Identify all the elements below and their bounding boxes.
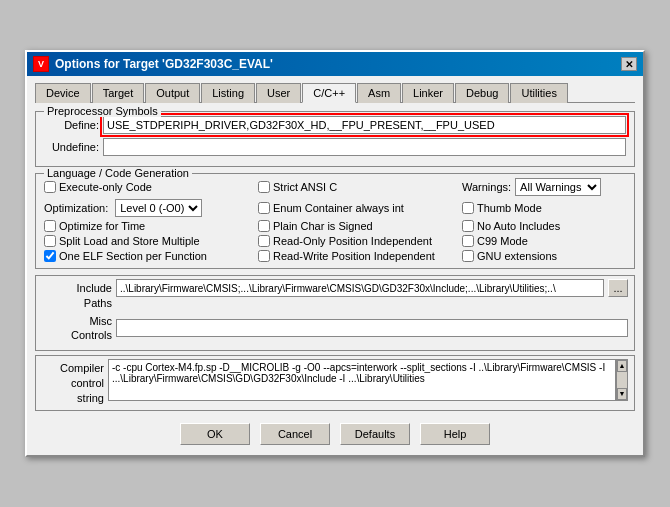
tab-debug[interactable]: Debug	[455, 83, 509, 103]
read-only-checkbox[interactable]	[258, 235, 270, 247]
gnu-ext-checkbox[interactable]	[462, 250, 474, 262]
tab-device[interactable]: Device	[35, 83, 91, 103]
app-icon: V	[33, 56, 49, 72]
compiler-row: Compilercontrolstring -c -cpu Cortex-M4.…	[42, 359, 628, 407]
gnu-ext-opt: GNU extensions	[462, 250, 557, 262]
tab-target[interactable]: Target	[92, 83, 145, 103]
enum-container-opt: Enum Container always int	[258, 202, 458, 214]
warnings-select[interactable]: All Warnings No Warnings	[515, 178, 601, 196]
optimize-time-opt: Optimize for Time	[44, 220, 254, 232]
no-auto-includes-opt: No Auto Includes	[462, 220, 560, 232]
thumb-mode-opt: Thumb Mode	[462, 202, 542, 214]
optimization-select[interactable]: Level 0 (-O0) Level 1 (-O1) Level 2 (-O2…	[115, 199, 202, 217]
define-label: Define:	[44, 119, 99, 131]
one-elf-checkbox[interactable]	[44, 250, 56, 262]
include-paths-input[interactable]	[116, 279, 604, 297]
execute-only-checkbox[interactable]	[44, 181, 56, 193]
language-label: Language / Code Generation	[44, 167, 192, 179]
optimization-row: Optimization: Level 0 (-O0) Level 1 (-O1…	[44, 199, 254, 217]
compiler-label: Compilercontrolstring	[42, 359, 104, 407]
bottom-buttons: OK Cancel Defaults Help	[35, 417, 635, 447]
strict-ansi-opt: Strict ANSI C	[258, 181, 458, 193]
enum-container-checkbox[interactable]	[258, 202, 270, 214]
warnings-label: Warnings:	[462, 181, 511, 193]
thumb-mode-label: Thumb Mode	[477, 202, 542, 214]
tab-output[interactable]: Output	[145, 83, 200, 103]
thumb-mode-checkbox[interactable]	[462, 202, 474, 214]
read-write-checkbox[interactable]	[258, 250, 270, 262]
title-bar-left: V Options for Target 'GD32F303C_EVAL'	[33, 56, 273, 72]
tab-utilities[interactable]: Utilities	[510, 83, 567, 103]
optimize-time-checkbox[interactable]	[44, 220, 56, 232]
preprocessor-label: Preprocessor Symbols	[44, 105, 161, 117]
execute-only-label: Execute-only Code	[59, 181, 152, 193]
include-section: IncludePaths ... MiscControls	[35, 275, 635, 350]
compiler-textarea[interactable]: -c -cpu Cortex-M4.fp.sp -D__MICROLIB -g …	[108, 359, 616, 401]
warnings-row: Warnings: All Warnings No Warnings	[462, 178, 601, 196]
enum-container-label: Enum Container always int	[273, 202, 404, 214]
read-only-label: Read-Only Position Independent	[273, 235, 432, 247]
main-dialog: V Options for Target 'GD32F303C_EVAL' ✕ …	[25, 50, 645, 456]
undefine-row: Undefine:	[44, 138, 626, 156]
no-auto-includes-label: No Auto Includes	[477, 220, 560, 232]
strict-ansi-checkbox[interactable]	[258, 181, 270, 193]
split-load-checkbox[interactable]	[44, 235, 56, 247]
cancel-button[interactable]: Cancel	[260, 423, 330, 445]
execute-only-opt: Execute-only Code	[44, 181, 254, 193]
ok-button[interactable]: OK	[180, 423, 250, 445]
include-browse-button[interactable]: ...	[608, 279, 628, 297]
title-bar: V Options for Target 'GD32F303C_EVAL' ✕	[27, 52, 643, 76]
split-load-opt: Split Load and Store Multiple	[44, 235, 254, 247]
language-group: Language / Code Generation Execute-only …	[35, 173, 635, 269]
tab-bar: Device Target Output Listing User C/C++ …	[35, 82, 635, 103]
optimization-label: Optimization:	[44, 202, 108, 214]
optimize-time-label: Optimize for Time	[59, 220, 145, 232]
split-load-label: Split Load and Store Multiple	[59, 235, 200, 247]
gnu-ext-label: GNU extensions	[477, 250, 557, 262]
help-button[interactable]: Help	[420, 423, 490, 445]
tab-asm[interactable]: Asm	[357, 83, 401, 103]
strict-ansi-label: Strict ANSI C	[273, 181, 337, 193]
c99-mode-label: C99 Mode	[477, 235, 528, 247]
scroll-up-arrow[interactable]: ▲	[617, 360, 627, 372]
c99-mode-opt: C99 Mode	[462, 235, 528, 247]
undefine-input[interactable]	[103, 138, 626, 156]
read-only-opt: Read-Only Position Independent	[258, 235, 458, 247]
tab-listing[interactable]: Listing	[201, 83, 255, 103]
scroll-down-arrow[interactable]: ▼	[617, 388, 627, 400]
one-elf-opt: One ELF Section per Function	[44, 250, 254, 262]
read-write-opt: Read-Write Position Independent	[258, 250, 458, 262]
compiler-input-wrap: -c -cpu Cortex-M4.fp.sp -D__MICROLIB -g …	[108, 359, 628, 401]
plain-char-checkbox[interactable]	[258, 220, 270, 232]
misc-controls-input[interactable]	[116, 319, 628, 337]
dialog-body: Device Target Output Listing User C/C++ …	[27, 76, 643, 454]
include-paths-row: IncludePaths ...	[42, 279, 628, 310]
undefine-label: Undefine:	[44, 141, 99, 153]
tab-cc[interactable]: C/C++	[302, 83, 356, 103]
misc-controls-row: MiscControls	[42, 314, 628, 343]
close-button[interactable]: ✕	[621, 57, 637, 71]
define-row: Define:	[44, 116, 626, 134]
tab-linker[interactable]: Linker	[402, 83, 454, 103]
preprocessor-group: Preprocessor Symbols Define: Undefine:	[35, 111, 635, 167]
read-write-label: Read-Write Position Independent	[273, 250, 435, 262]
no-auto-includes-checkbox[interactable]	[462, 220, 474, 232]
one-elf-label: One ELF Section per Function	[59, 250, 207, 262]
tab-user[interactable]: User	[256, 83, 301, 103]
plain-char-label: Plain Char is Signed	[273, 220, 373, 232]
compiler-scrollbar[interactable]: ▲ ▼	[616, 359, 628, 401]
c99-mode-checkbox[interactable]	[462, 235, 474, 247]
dialog-title: Options for Target 'GD32F303C_EVAL'	[55, 57, 273, 71]
misc-controls-label: MiscControls	[42, 314, 112, 343]
defaults-button[interactable]: Defaults	[340, 423, 410, 445]
include-paths-label: IncludePaths	[42, 279, 112, 310]
define-input[interactable]	[103, 116, 626, 134]
plain-char-opt: Plain Char is Signed	[258, 220, 458, 232]
compiler-section: Compilercontrolstring -c -cpu Cortex-M4.…	[35, 355, 635, 411]
